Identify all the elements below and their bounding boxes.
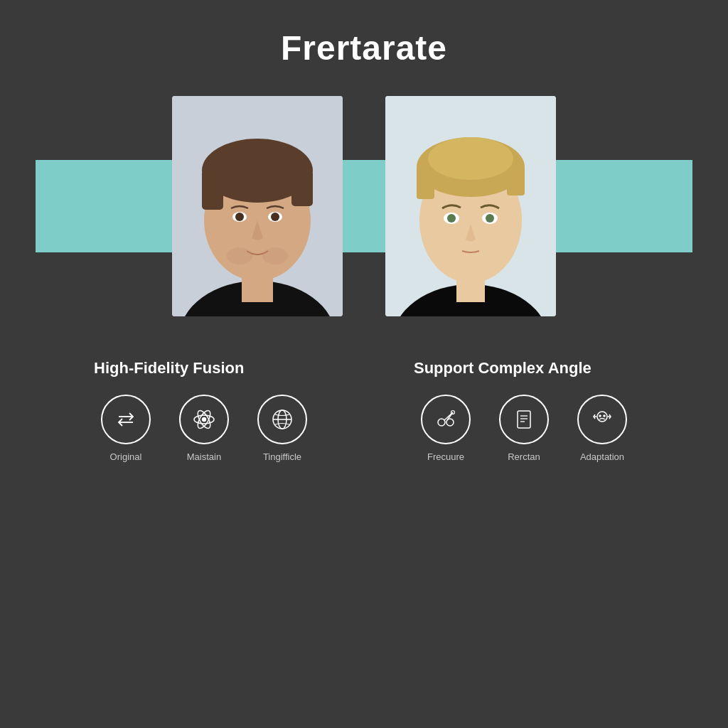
feature-item-adaptation: Adaptation <box>570 395 634 462</box>
feature-item-rerctan: Rerctan <box>492 395 556 462</box>
svg-point-10 <box>271 213 279 221</box>
svg-point-12 <box>262 247 288 264</box>
face-icon <box>589 407 615 432</box>
svg-point-46 <box>599 415 601 417</box>
frecuure-label: Frecuure <box>427 451 464 462</box>
svg-rect-18 <box>417 167 434 199</box>
original-label: Original <box>110 451 142 462</box>
rerctan-icon-circle <box>499 395 549 444</box>
teal-accent-bar <box>36 160 692 252</box>
svg-point-34 <box>438 419 445 426</box>
svg-point-47 <box>604 415 605 417</box>
feature-group-2: Support Complex Angle Frecuure <box>414 359 634 462</box>
tingifficle-label: Tingifficle <box>263 451 301 462</box>
feature-item-tingifficle: Tingifficle <box>250 395 314 462</box>
svg-point-11 <box>227 247 252 264</box>
group-divider <box>343 359 385 462</box>
frecuure-icon-circle <box>421 395 471 444</box>
rerctan-label: Rerctan <box>508 451 540 462</box>
person1-card <box>172 96 343 316</box>
svg-rect-6 <box>291 171 313 206</box>
maintain-icon-circle <box>179 395 229 444</box>
feature-group-1: High-Fidelity Fusion Original <box>94 359 314 462</box>
svg-point-43 <box>597 412 607 422</box>
title-section: Frertarate <box>281 28 447 68</box>
svg-rect-39 <box>518 411 530 428</box>
feature-item-maintain: Maistain <box>172 395 236 462</box>
feature-group-1-title: High-Fidelity Fusion <box>94 359 244 378</box>
globe-icon <box>269 407 295 432</box>
features-section: High-Fidelity Fusion Original <box>0 359 728 462</box>
scissors-icon <box>433 407 459 432</box>
document-icon <box>511 407 537 432</box>
svg-point-20 <box>428 137 513 180</box>
svg-rect-19 <box>507 167 525 196</box>
images-section <box>0 96 728 316</box>
svg-point-8 <box>235 213 244 221</box>
svg-point-22 <box>447 214 456 223</box>
original-icon-circle <box>101 395 151 444</box>
svg-point-30 <box>203 418 206 422</box>
feature-icons-row-2: Frecuure Rerctan <box>414 395 634 462</box>
atom-icon <box>191 407 217 432</box>
person2-card <box>385 96 556 316</box>
tingifficle-icon-circle <box>257 395 307 444</box>
main-title: Frertarate <box>281 28 447 68</box>
maintain-label: Maistain <box>187 451 221 462</box>
arrows-icon <box>113 407 139 432</box>
feature-item-frecuure: Frecuure <box>414 395 478 462</box>
feature-group-2-title: Support Complex Angle <box>414 359 592 378</box>
svg-rect-5 <box>202 171 223 210</box>
adaptation-label: Adaptation <box>580 451 624 462</box>
feature-item-original: Original <box>94 395 158 462</box>
adaptation-icon-circle <box>577 395 627 444</box>
svg-point-24 <box>486 214 494 223</box>
feature-icons-row-1: Original Maistain <box>94 395 314 462</box>
